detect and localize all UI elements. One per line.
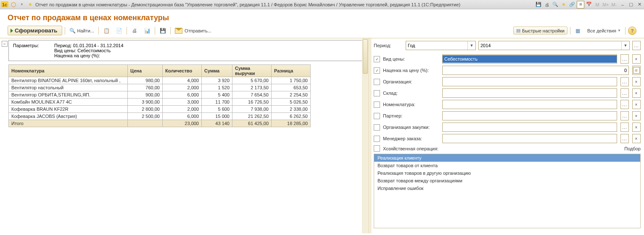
purchase-org-select[interactable] bbox=[442, 123, 617, 132]
markup-input-wrap[interactable] bbox=[442, 66, 629, 75]
price-type-clear-button[interactable]: × bbox=[632, 54, 641, 64]
table-row: Вентилятор настольный760,002,0001 5202 1… bbox=[9, 84, 311, 91]
chevron-down-icon[interactable]: ▼ bbox=[467, 41, 475, 50]
markup-checkbox[interactable]: ✓ bbox=[374, 67, 380, 74]
expand-icon[interactable]: 📋 bbox=[101, 27, 111, 35]
price-type-more-button[interactable]: ... bbox=[620, 54, 629, 64]
table-cell: 2 173,50 bbox=[232, 84, 272, 91]
close-icon[interactable]: ✕ bbox=[636, 1, 643, 8]
warehouse-select[interactable] bbox=[442, 88, 617, 98]
partner-more-button[interactable]: ... bbox=[620, 111, 629, 120]
all-actions-button[interactable]: Все действия ▼ bbox=[586, 27, 623, 34]
calc-icon[interactable]: ⊞ bbox=[577, 1, 584, 8]
price-type-checkbox[interactable]: ✓ bbox=[374, 56, 380, 62]
maximize-icon[interactable]: ▢ bbox=[627, 1, 635, 8]
separator bbox=[170, 27, 171, 35]
m-plus-icon[interactable]: M+ bbox=[602, 1, 610, 8]
operation-item[interactable]: Возврат товаров между организациями bbox=[374, 177, 640, 184]
operation-item[interactable]: Исправление ошибок bbox=[374, 184, 640, 192]
quick-settings-label: Быстрые настройки bbox=[522, 28, 565, 33]
purchase-org-input[interactable] bbox=[443, 123, 617, 131]
back-icon[interactable]: ◯ bbox=[10, 1, 17, 8]
star-add-icon[interactable]: ★ bbox=[560, 1, 567, 8]
period-value-select[interactable]: ▼ bbox=[478, 41, 630, 50]
org-checkbox[interactable] bbox=[374, 79, 380, 85]
partner-select[interactable] bbox=[442, 111, 617, 120]
favorite-icon[interactable]: ★ bbox=[27, 1, 34, 8]
warehouse-input[interactable] bbox=[443, 89, 617, 97]
period-value-input[interactable] bbox=[479, 42, 621, 49]
print-icon[interactable]: 🖨 bbox=[129, 27, 140, 35]
org-more-button[interactable]: ... bbox=[620, 77, 629, 86]
operation-item[interactable]: Реализация товаров в другую организацию bbox=[374, 169, 640, 177]
link-icon[interactable]: 🔗 bbox=[568, 1, 576, 8]
find-button[interactable]: 🔍 Найти... bbox=[68, 27, 96, 35]
nomen-checkbox[interactable] bbox=[374, 101, 380, 108]
period-type-input[interactable] bbox=[406, 42, 467, 49]
partner-label: Партнер: bbox=[383, 113, 402, 118]
dropdown-icon[interactable]: ▼ bbox=[18, 1, 25, 8]
operation-item[interactable]: Реализация клиенту bbox=[374, 154, 640, 162]
save-icon[interactable]: 💾 bbox=[535, 1, 542, 8]
order-mgr-checkbox[interactable] bbox=[374, 136, 380, 142]
table-cell: 6 262,50 bbox=[272, 113, 311, 120]
generate-button[interactable]: Сформировать bbox=[8, 26, 62, 35]
separator bbox=[65, 27, 65, 35]
order-mgr-select[interactable] bbox=[442, 134, 617, 143]
order-mgr-input[interactable] bbox=[443, 135, 617, 142]
partner-clear-button[interactable]: × bbox=[632, 111, 641, 120]
quick-settings-button[interactable]: ▤ Быстрые настройки bbox=[513, 27, 567, 35]
window-title: Отчет по продажам в ценах номенклатуры -… bbox=[35, 2, 533, 7]
page-title: Отчет по продажам в ценах номенклатуры bbox=[8, 13, 636, 22]
order-mgr-label: Менеджер заказа: bbox=[383, 136, 422, 141]
m-minus-icon[interactable]: M- bbox=[610, 1, 618, 8]
chart-icon[interactable]: 📊 bbox=[142, 27, 152, 35]
order-mgr-clear-button[interactable]: × bbox=[632, 134, 641, 143]
partner-input[interactable] bbox=[443, 112, 617, 120]
table-cell: 15 000 bbox=[202, 113, 232, 120]
warehouse-checkbox[interactable] bbox=[374, 90, 380, 96]
preview-icon[interactable]: 🔍 bbox=[552, 1, 559, 8]
collapse-outline-icon[interactable]: − bbox=[2, 41, 8, 47]
nomen-clear-button[interactable]: × bbox=[632, 100, 641, 109]
org-select[interactable] bbox=[442, 77, 617, 86]
app-logo-icon: 1c bbox=[1, 1, 8, 8]
period-label: Период: bbox=[374, 43, 403, 48]
m-icon[interactable]: M bbox=[594, 1, 601, 8]
operation-item[interactable]: Возврат товаров от клиента bbox=[374, 162, 640, 169]
warehouse-clear-button[interactable]: × bbox=[632, 88, 641, 98]
markup-input[interactable] bbox=[443, 67, 628, 74]
chevron-down-icon[interactable]: ▼ bbox=[621, 41, 629, 50]
purchase-org-clear-button[interactable]: × bbox=[632, 123, 641, 132]
nomen-more-button[interactable]: ... bbox=[620, 100, 629, 109]
nomen-select[interactable] bbox=[442, 100, 617, 109]
table-cell: 16 726,50 bbox=[232, 99, 272, 106]
warehouse-more-button[interactable]: ... bbox=[620, 88, 629, 98]
print-icon[interactable]: 🖨 bbox=[543, 1, 551, 8]
send-label: Отправить... bbox=[185, 28, 211, 33]
minimize-icon[interactable]: – bbox=[619, 1, 626, 8]
collapse-icon[interactable]: 📄 bbox=[114, 27, 124, 35]
nomen-input[interactable] bbox=[443, 101, 617, 108]
period-type-select[interactable]: ▼ bbox=[406, 41, 476, 50]
price-type-select[interactable] bbox=[442, 54, 617, 64]
org-input[interactable] bbox=[443, 78, 617, 85]
period-more-button[interactable]: ... bbox=[632, 41, 641, 50]
purchase-org-checkbox[interactable] bbox=[374, 124, 380, 131]
business-op-checkbox[interactable] bbox=[374, 145, 380, 152]
settings-list-icon[interactable]: ▦ bbox=[573, 27, 583, 35]
table-cell: 21 262,50 bbox=[232, 113, 272, 120]
partner-checkbox[interactable] bbox=[374, 113, 380, 119]
markup-calc-button[interactable]: ⊞ bbox=[632, 66, 641, 75]
operations-list[interactable]: Реализация клиентуВозврат товаров от кли… bbox=[374, 154, 641, 228]
order-mgr-more-button[interactable]: ... bbox=[620, 134, 629, 143]
calendar-icon[interactable]: 📅 bbox=[585, 1, 593, 8]
price-type-input[interactable] bbox=[443, 55, 617, 63]
org-clear-button[interactable]: × bbox=[632, 77, 641, 86]
purchase-org-more-button[interactable]: ... bbox=[620, 123, 629, 132]
vertical-scrollbar[interactable] bbox=[362, 38, 369, 233]
help-button[interactable]: ? bbox=[628, 27, 636, 35]
save-report-icon[interactable]: 💾 bbox=[158, 27, 168, 35]
send-button[interactable]: Отправить... bbox=[173, 27, 213, 35]
podbor-link[interactable]: Подбор bbox=[624, 146, 641, 151]
